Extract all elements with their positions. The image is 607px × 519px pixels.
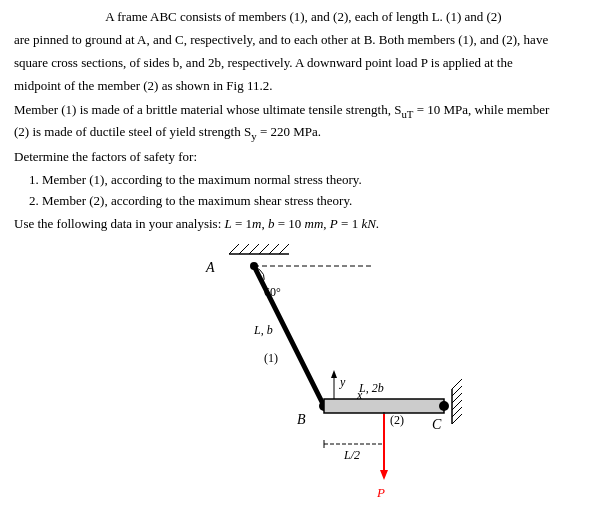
label-L2b: L, 2b xyxy=(358,381,384,395)
header-line2: are pinned to ground at A, and C, respec… xyxy=(14,31,593,50)
label-A: A xyxy=(205,260,215,275)
svg-marker-11 xyxy=(331,370,337,378)
svg-line-6 xyxy=(279,244,289,254)
para1-line2: (2) is made of ductile steel of yield st… xyxy=(14,124,251,139)
label-member2: (2) xyxy=(390,413,404,427)
label-P: P xyxy=(376,485,385,500)
svg-rect-15 xyxy=(324,399,444,413)
header-line4: midpoint of the member (2) as shown in F… xyxy=(14,77,593,96)
list-item-1: Member (1), according to the maximum nor… xyxy=(42,171,593,190)
para1-sub1: uT xyxy=(401,108,413,120)
label-member1: (1) xyxy=(264,351,278,365)
svg-line-4 xyxy=(259,244,269,254)
svg-line-5 xyxy=(269,244,279,254)
svg-line-3 xyxy=(249,244,259,254)
label-y: y xyxy=(339,375,346,389)
label-B: B xyxy=(297,412,306,427)
list-items: Member (1), according to the maximum nor… xyxy=(42,171,593,211)
svg-point-23 xyxy=(439,401,449,411)
para1: Member (1) is made of a brittle material… xyxy=(14,101,593,144)
svg-line-2 xyxy=(239,244,249,254)
label-L2: L/2 xyxy=(343,448,360,462)
label-60deg: 60° xyxy=(264,285,281,299)
svg-marker-29 xyxy=(380,470,388,480)
label-C: C xyxy=(432,417,442,432)
figure-container: A 60° L, b (1) y x xyxy=(14,244,593,519)
para1-val1: = 10 MPa, while member xyxy=(413,102,549,117)
diagram: A 60° L, b (1) y x xyxy=(134,244,474,514)
para1-text1: Member (1) is made of a brittle material… xyxy=(14,102,401,117)
header-block: A frame ABC consists of members (1), and… xyxy=(14,8,593,95)
header-line1: A frame ABC consists of members (1), and… xyxy=(14,8,593,27)
svg-line-1 xyxy=(229,244,239,254)
para2: Determine the factors of safety for: xyxy=(14,148,593,167)
formula-line: Use the following data in your analysis:… xyxy=(14,214,593,234)
header-line3: square cross sections, of sides b, and 2… xyxy=(14,54,593,73)
para1-val2: = 220 MPa. xyxy=(257,124,321,139)
list-item-2: Member (2), according to the maximum she… xyxy=(42,192,593,211)
label-Lb: L, b xyxy=(253,323,273,337)
diagram-svg: A 60° L, b (1) y x xyxy=(134,244,474,514)
